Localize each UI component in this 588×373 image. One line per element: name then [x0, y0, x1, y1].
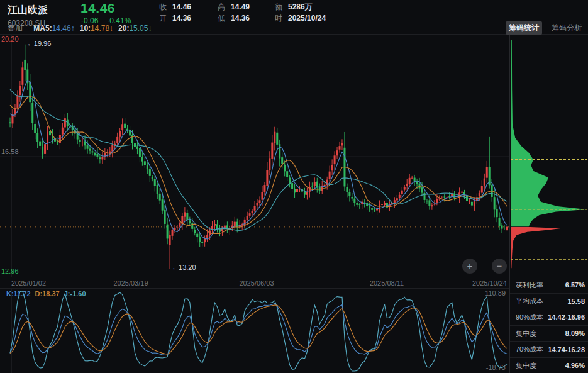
last-price: 14.46 [80, 1, 115, 16]
chip-loss-histogram [511, 227, 560, 268]
stat-label: 收 [159, 2, 167, 13]
chip-stat-value: 14.42-16.96 [548, 313, 585, 321]
k-line [10, 304, 507, 355]
stock-name: 江山欧派 [8, 4, 48, 17]
zoom-in-button[interactable]: + [462, 259, 477, 274]
kdj-max-label: 110.89 [485, 289, 506, 297]
overlay-button[interactable]: 叠加 [8, 24, 23, 33]
chip-stat-row: 90%成本14.42-16.96 [510, 309, 588, 325]
tab-chip-statistics[interactable]: 筹码统计 [506, 21, 542, 35]
chip-stat-value: 6.57% [565, 281, 585, 289]
tab-chip-analysis[interactable]: 筹码分析 [548, 21, 585, 35]
kdj-legend-item: K:11.72 [6, 290, 31, 298]
chip-stats-list: 获利比率6.57%平均成本15.5890%成本14.42-16.96集中度8.0… [510, 277, 588, 373]
date-label: 2025/03/19 [113, 279, 148, 287]
d-line [10, 305, 507, 354]
chip-stat-value: 14.74-16.28 [548, 346, 585, 354]
kdj-min-label: -18.73 [486, 364, 506, 371]
low-annotation: ←13.20 [172, 264, 196, 271]
date-label: 2025/08/11 [370, 279, 404, 287]
ma-legend-item: 20:15.05↓ [118, 24, 152, 33]
price-axis-label: 12.96 [1, 267, 19, 275]
price-axis-label: 20.20 [1, 35, 19, 43]
chip-stat-row: 获利比率6.57% [510, 277, 588, 293]
chip-stat-label: 90%成本 [516, 313, 543, 322]
date-label: 2025/06/03 [239, 279, 274, 287]
stat-value: 14.36 [172, 14, 191, 23]
chip-tabs: 筹码统计 筹码分析 [506, 21, 585, 35]
stat-label: 额 [275, 2, 282, 13]
stat-cell: 收14.46 [159, 2, 191, 13]
kdj-chart[interactable] [0, 289, 509, 373]
main-grid [0, 35, 509, 277]
ohlc-col: 额5286万时2025/10/24 [275, 2, 326, 25]
date-label: 2025/01/02 [11, 279, 46, 287]
high-annotation: ←19.96 [27, 40, 52, 47]
zoom-out-button[interactable]: − [492, 259, 507, 274]
ma20-line [10, 89, 507, 230]
stat-cell: 额5286万 [275, 2, 326, 13]
stat-value: 14.46 [172, 3, 191, 11]
stat-value: 5286万 [288, 3, 313, 11]
date-label: 2025/10/24 [472, 279, 507, 287]
chip-profit-histogram [511, 40, 586, 226]
chip-distribution-panel: 16.49上边界14.99筹码峰13.49下边界 获利比率6.57%平均成本15… [509, 35, 588, 373]
chip-stat-row: 70%成本14.74-16.28 [510, 341, 588, 357]
candlestick-chart[interactable] [0, 35, 509, 277]
chip-stat-row: 平均成本15.58 [510, 293, 588, 309]
chip-stat-row: 集中度4.96% [510, 357, 588, 373]
kdj-legend-item: D:18.37 [35, 290, 60, 298]
kdj-indicator-panel[interactable]: K:11.72D:18.37J:-1.60 110.89 -18.73 [0, 288, 509, 373]
stat-value: 2025/10/24 [288, 14, 326, 23]
chip-stat-label: 集中度 [516, 361, 536, 370]
stat-label: 高 [218, 2, 225, 13]
ma-legend-item: 10:14.78↓ [80, 24, 113, 33]
stat-cell: 高14.49 [218, 2, 250, 13]
ohlc-col: 收14.46开14.36 [159, 2, 191, 25]
stat-label: 开 [159, 13, 167, 24]
kdj-legend-item: J:-1.60 [64, 290, 86, 298]
price-axis-label: 16.58 [1, 148, 19, 155]
date-axis: 2025/01/022025/03/192025/06/032025/08/11… [0, 277, 509, 288]
stat-label: 时 [275, 13, 282, 24]
j-line [10, 291, 507, 371]
stat-value: 14.36 [231, 14, 250, 23]
chip-stat-value: 4.96% [565, 362, 585, 369]
header: 江山欧派 603208.SH 14.46 -0.06-0.41% 收14.46开… [0, 0, 588, 35]
kdj-legend: K:11.72D:18.37J:-1.60 [6, 290, 91, 298]
ohlc-col: 高14.49低14.36 [218, 2, 250, 25]
ma-legend-row: 叠加 MA5:14.46↑10:14.78↓20:15.05↓ [8, 23, 157, 34]
stat-cell: 低14.36 [218, 13, 250, 25]
chip-histogram [510, 35, 588, 277]
ma10-line [10, 96, 507, 233]
chip-stat-value: 15.58 [567, 298, 585, 305]
chip-stat-row: 集中度8.09% [510, 325, 588, 342]
stat-cell: 开14.36 [159, 13, 191, 25]
chip-stat-label: 集中度 [516, 329, 536, 338]
main-chart-area[interactable] [0, 35, 509, 277]
chip-stat-value: 8.09% [565, 330, 585, 337]
chip-stat-label: 获利比率 [516, 281, 543, 290]
stat-cell: 时2025/10/24 [275, 13, 326, 25]
stat-label: 低 [218, 13, 225, 24]
chip-stat-label: 70%成本 [516, 345, 543, 354]
chip-stat-label: 平均成本 [516, 296, 543, 306]
stat-value: 14.49 [231, 3, 250, 11]
ma-legend-item: MA5:14.46↑ [33, 24, 74, 33]
